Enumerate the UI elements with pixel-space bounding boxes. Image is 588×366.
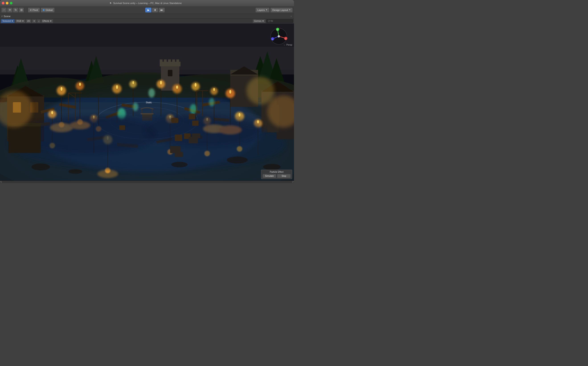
effects-label: Effects — [43, 20, 49, 22]
twod-label: 2D — [27, 20, 30, 22]
svg-rect-20 — [168, 60, 170, 62]
global-button[interactable]: Global — [41, 8, 54, 13]
svg-point-138 — [171, 118, 178, 120]
textured-button[interactable]: Textured ▼ — [1, 19, 15, 23]
svg-point-119 — [190, 104, 197, 114]
svg-point-92 — [229, 90, 231, 94]
svg-point-159 — [31, 163, 50, 170]
panel-collapse-btn[interactable]: ≡ — [290, 15, 293, 18]
pivot-button[interactable]: Pivot — [28, 8, 40, 13]
hand-tool-button[interactable]: ☞ — [1, 8, 7, 13]
svg-point-88 — [160, 81, 162, 84]
layers-dropdown-arrow: ▼ — [266, 9, 268, 11]
rgb-label: RGB — [16, 20, 21, 22]
svg-point-89 — [176, 85, 178, 89]
audio-button[interactable]: ♪ — [37, 19, 41, 23]
svg-point-117 — [133, 103, 138, 111]
hash-icon: # — [1, 15, 3, 18]
svg-point-154 — [278, 35, 280, 38]
svg-rect-139 — [189, 114, 195, 119]
svg-point-98 — [239, 113, 240, 117]
svg-point-99 — [257, 120, 259, 123]
pivot-label: Pivot — [32, 9, 38, 11]
scrollbar-area — [0, 181, 294, 183]
svg-rect-17 — [160, 62, 180, 66]
scene-view[interactable]: x y z — [0, 23, 294, 181]
layers-dropdown[interactable]: Layers ▼ — [255, 8, 270, 13]
scene-canvas: x y z — [0, 23, 294, 181]
scene-panel-title: Scene — [4, 15, 10, 18]
rgb-arrow: ▼ — [22, 20, 24, 22]
close-button[interactable] — [2, 2, 4, 4]
play-button[interactable]: ▶ — [145, 8, 151, 13]
effects-arrow: ▼ — [50, 20, 52, 22]
window-controls — [2, 2, 13, 4]
scene-toolbar: Textured ▼ RGB ▼ 2D ☀ ♪ Effects ▼ Gizmos… — [0, 19, 294, 23]
svg-point-120 — [209, 98, 215, 106]
svg-rect-22 — [176, 60, 179, 62]
gizmos-label: Gizmos — [254, 20, 262, 22]
svg-point-85 — [79, 83, 81, 86]
rgb-button[interactable]: RGB ▼ — [15, 19, 25, 23]
layout-dropdown[interactable]: Design Layout ▼ — [271, 8, 293, 13]
pivot-dot-icon — [30, 9, 32, 11]
rotate-tool-button[interactable]: ↻ — [13, 8, 18, 13]
move-tool-button[interactable]: ✛ — [7, 8, 13, 13]
svg-rect-140 — [192, 121, 198, 126]
unity-window: ⚑ Survival Scene.unity – Learning – PC, … — [0, 0, 294, 183]
svg-point-118 — [148, 88, 155, 98]
svg-rect-157 — [8, 125, 40, 153]
scale-tool-button[interactable]: ⊞ — [19, 8, 24, 13]
title-bar: ⚑ Survival Scene.unity – Learning – PC, … — [0, 0, 294, 6]
title-text: Survival Scene.unity – Learning – PC, Ma… — [113, 2, 182, 4]
svg-point-163 — [263, 164, 281, 170]
main-toolbar: ☞ ✛ ↻ ⊞ Pivot Global ▶ ⏸ ⏭ Layers ▼ — [0, 6, 294, 14]
toolbar-separator-1 — [26, 8, 26, 12]
global-dot-icon — [43, 9, 45, 11]
window-title: ⚑ Survival Scene.unity – Learning – PC, … — [13, 2, 279, 4]
svg-point-160 — [68, 169, 82, 174]
svg-rect-143 — [119, 125, 125, 130]
svg-point-123 — [145, 114, 260, 146]
svg-point-93 — [51, 111, 53, 114]
twod-button[interactable]: 2D — [26, 19, 31, 23]
svg-point-125 — [70, 121, 90, 129]
effects-button[interactable]: Effects ▼ — [41, 19, 53, 23]
svg-point-127 — [219, 125, 242, 135]
svg-rect-19 — [164, 60, 167, 62]
layout-label: Design Layout — [272, 9, 288, 11]
svg-point-162 — [227, 157, 248, 163]
transform-tools: ☞ ✛ ↻ ⊞ — [1, 8, 24, 13]
svg-rect-165 — [192, 133, 200, 138]
svg-point-124 — [50, 123, 73, 132]
svg-point-128 — [97, 170, 118, 178]
svg-point-86 — [116, 85, 118, 89]
svg-point-87 — [132, 81, 134, 84]
svg-text:z: z — [272, 38, 273, 40]
layers-label: Layers — [257, 9, 265, 11]
svg-point-90 — [195, 83, 196, 87]
svg-rect-36 — [140, 113, 154, 114]
svg-rect-18 — [160, 60, 162, 62]
unity-icon: ⚑ — [109, 2, 112, 4]
scene-tab[interactable]: # Scene — [1, 15, 10, 18]
svg-rect-167 — [175, 152, 183, 157]
gizmos-group: Gizmos ▼ — [253, 19, 293, 23]
maximize-button[interactable] — [10, 2, 13, 4]
svg-rect-23 — [168, 70, 172, 76]
scene-panel-header: # Scene ≡ — [0, 14, 294, 19]
scrollbar-left[interactable] — [0, 181, 2, 183]
scrollbar-right[interactable] — [292, 181, 294, 183]
svg-point-161 — [171, 162, 187, 168]
svg-rect-141 — [175, 135, 182, 141]
minimize-button[interactable] — [6, 2, 8, 4]
svg-point-84 — [61, 87, 62, 91]
svg-point-91 — [213, 88, 215, 91]
scene-search-input[interactable] — [266, 19, 293, 23]
sun-button[interactable]: ☀ — [32, 19, 37, 23]
pause-button[interactable]: ⏸ — [152, 8, 158, 13]
gizmos-button[interactable]: Gizmos ▼ — [253, 19, 265, 23]
playback-controls: ▶ ⏸ ⏭ — [145, 8, 165, 13]
step-button[interactable]: ⏭ — [159, 8, 165, 13]
svg-rect-21 — [172, 60, 175, 62]
